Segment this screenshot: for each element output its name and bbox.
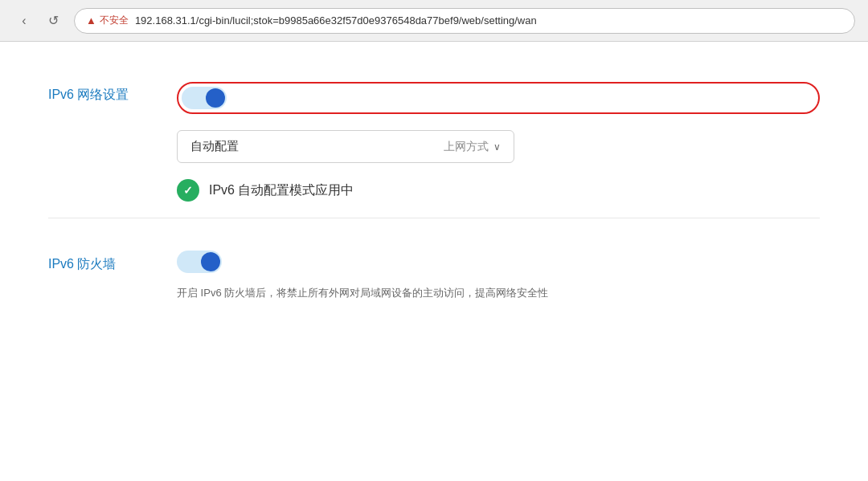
- connection-type-label: 上网方式 ∨: [444, 140, 501, 154]
- reload-button[interactable]: ↺: [42, 10, 64, 32]
- ipv6-network-row: IPv6 网络设置 自动配置 上网方式 ∨ ✓ IP: [48, 66, 820, 218]
- ipv6-network-controls: 自动配置 上网方式 ∨ ✓ IPv6 自动配置模式应用中: [177, 82, 820, 202]
- warning-icon: ▲: [86, 14, 96, 26]
- firewall-toggle-knob: [201, 252, 220, 271]
- toggle-knob: [206, 88, 225, 108]
- connection-type-selector[interactable]: 自动配置 上网方式 ∨: [177, 130, 514, 163]
- status-text: IPv6 自动配置模式应用中: [209, 182, 354, 199]
- security-warning: ▲ 不安全: [86, 14, 129, 27]
- checkmark-icon: ✓: [183, 184, 193, 197]
- page-content: IPv6 网络设置 自动配置 上网方式 ∨ ✓ IP: [0, 42, 868, 481]
- url-text: 192.168.31.1/cgi-bin/lucil;stok=b9985a66…: [135, 14, 843, 26]
- connection-type-value: 自动配置: [190, 139, 239, 154]
- ipv6-network-label: IPv6 网络设置: [48, 82, 177, 104]
- nav-buttons: ‹ ↺: [13, 10, 64, 32]
- status-message: ✓ IPv6 自动配置模式应用中: [177, 179, 820, 202]
- browser-toolbar: ‹ ↺ ▲ 不安全 192.168.31.1/cgi-bin/lucil;sto…: [0, 0, 868, 42]
- status-check-icon: ✓: [177, 179, 199, 202]
- chevron-down-icon: ∨: [493, 141, 501, 153]
- ipv6-firewall-toggle[interactable]: [177, 251, 222, 273]
- back-button[interactable]: ‹: [13, 10, 35, 32]
- ipv6-firewall-label: IPv6 防火墙: [48, 251, 177, 273]
- security-label: 不安全: [100, 14, 129, 27]
- address-bar[interactable]: ▲ 不安全 192.168.31.1/cgi-bin/lucil;stok=b9…: [74, 8, 855, 34]
- ipv6-firewall-row: IPv6 防火墙: [48, 234, 820, 273]
- firewall-description: 开启 IPv6 防火墙后，将禁止所有外网对局域网设备的主动访问，提高网络安全性: [48, 286, 820, 300]
- ipv6-firewall-section: IPv6 防火墙 开启 IPv6 防火墙后，将禁止所有外网对局域网设备的主动访问…: [48, 218, 820, 316]
- ipv6-network-toggle[interactable]: [182, 87, 227, 109]
- ipv6-firewall-toggle-wrapper: [177, 251, 222, 273]
- ipv6-network-toggle-highlight: [177, 82, 820, 114]
